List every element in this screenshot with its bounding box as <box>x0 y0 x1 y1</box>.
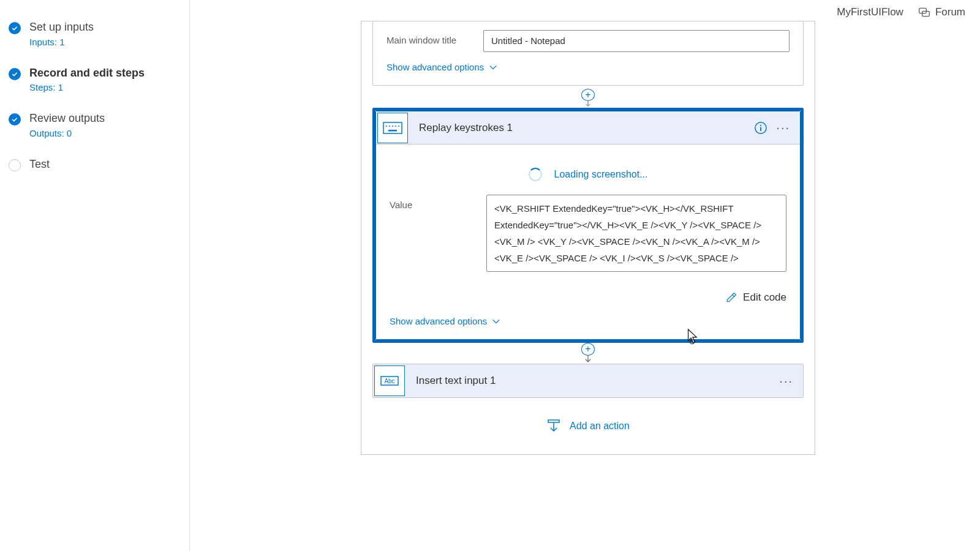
add-action-icon <box>546 419 561 433</box>
card-insert-text[interactable]: Abc Insert text input 1 ··· <box>372 364 804 398</box>
connector: + <box>372 86 804 108</box>
flow-name: MyFirstUIFlow <box>837 6 903 18</box>
edit-icon <box>726 292 737 303</box>
forum-label: Forum <box>935 6 965 18</box>
sidebar-step-test[interactable]: Test <box>7 152 182 185</box>
edit-code-button[interactable]: Edit code <box>390 282 786 309</box>
main-window-title-input[interactable]: Untitled - Notepad <box>483 30 790 52</box>
show-advanced-options[interactable]: Show advanced options <box>390 316 500 326</box>
card-title: Replay keystrokes 1 <box>409 122 754 134</box>
check-icon <box>9 113 21 126</box>
svg-rect-2 <box>383 122 402 133</box>
svg-rect-8 <box>388 130 397 132</box>
svg-rect-14 <box>548 420 559 422</box>
empty-check-icon <box>9 159 21 171</box>
forum-link[interactable]: Forum <box>918 6 965 18</box>
keystroke-value-input[interactable]: <VK_RSHIFT ExtendedKey="true"><VK_H></VK… <box>486 195 786 272</box>
arrow-down-icon <box>584 101 592 108</box>
card-title: Insert text input 1 <box>406 375 779 387</box>
chevron-down-icon <box>492 317 500 326</box>
svg-point-5 <box>392 126 393 127</box>
edit-code-label: Edit code <box>743 291 786 304</box>
loading-label: Loading screenshot... <box>554 169 648 180</box>
step-title: Record and edit steps <box>29 67 145 80</box>
svg-rect-0 <box>919 8 927 13</box>
svg-rect-11 <box>760 127 761 130</box>
svg-point-7 <box>398 126 399 127</box>
show-advanced-options[interactable]: Show advanced options <box>386 62 497 72</box>
more-icon[interactable]: ··· <box>776 121 790 135</box>
sidebar: Set up inputs Inputs: 1 Record and edit … <box>0 0 190 551</box>
field-label-main-window: Main window title <box>386 30 471 45</box>
adv-label: Show advanced options <box>390 316 487 326</box>
sidebar-step-inputs[interactable]: Set up inputs Inputs: 1 <box>7 15 182 61</box>
keyboard-icon <box>377 113 408 143</box>
adv-label: Show advanced options <box>386 62 484 72</box>
svg-rect-1 <box>922 11 930 16</box>
outer-container: Main window title Untitled - Notepad Sho… <box>361 21 815 455</box>
check-icon <box>9 22 21 34</box>
info-icon[interactable] <box>754 121 767 135</box>
card-replay-keystrokes[interactable]: Replay keystrokes 1 ··· Loading screensh… <box>372 108 804 343</box>
loading-screenshot: Loading screenshot... <box>390 154 786 195</box>
svg-text:Abc: Abc <box>384 378 394 384</box>
check-icon <box>9 68 21 80</box>
step-title: Test <box>29 158 50 171</box>
step-sub: Inputs: 1 <box>29 37 94 47</box>
add-step-button[interactable]: + <box>581 343 595 356</box>
svg-point-10 <box>760 124 761 126</box>
sidebar-step-record[interactable]: Record and edit steps Steps: 1 <box>7 61 182 107</box>
text-input-icon: Abc <box>374 365 405 396</box>
connector: + <box>372 343 804 364</box>
chevron-down-icon <box>489 63 497 72</box>
add-action-label: Add an action <box>570 421 630 432</box>
card-launch-app[interactable]: Main window title Untitled - Notepad Sho… <box>372 21 804 86</box>
chat-icon <box>918 6 930 18</box>
svg-point-3 <box>386 126 387 127</box>
svg-point-6 <box>395 126 396 127</box>
more-icon[interactable]: ··· <box>779 374 793 388</box>
add-action-button[interactable]: Add an action <box>372 398 804 454</box>
step-title: Set up inputs <box>29 21 94 34</box>
arrow-down-icon <box>584 356 592 364</box>
step-sub: Steps: 1 <box>29 82 145 92</box>
step-title: Review outputs <box>29 112 105 126</box>
spinner-icon <box>529 168 542 181</box>
svg-point-4 <box>389 126 390 127</box>
step-sub: Outputs: 0 <box>29 128 105 138</box>
sidebar-step-outputs[interactable]: Review outputs Outputs: 0 <box>7 106 182 152</box>
field-label-value: Value <box>390 195 474 210</box>
add-step-button[interactable]: + <box>581 89 595 101</box>
